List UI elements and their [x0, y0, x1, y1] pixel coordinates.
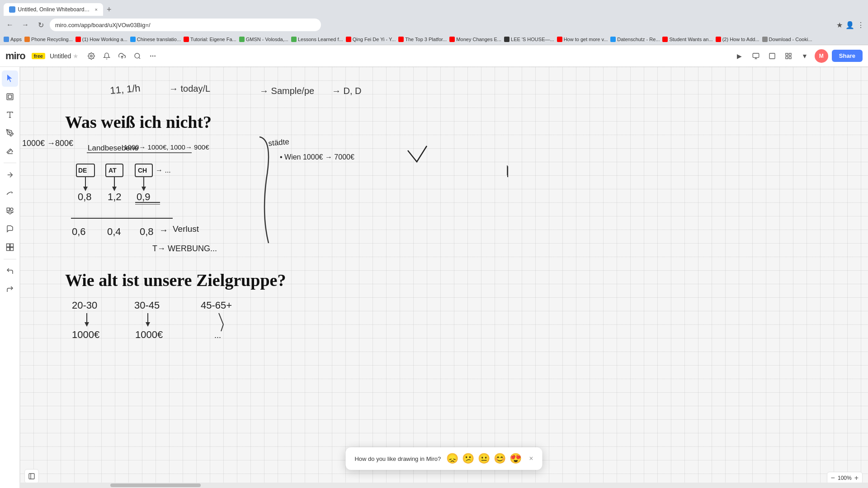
svg-marker-69	[85, 322, 89, 327]
svg-text:T→ WERBUNG...: T→ WERBUNG...	[152, 244, 217, 253]
rating-emoji-1[interactable]: 😞	[446, 453, 458, 465]
bm1-favicon	[24, 37, 30, 42]
chevron-down-icon[interactable]: ▼	[798, 50, 811, 62]
frame-icon[interactable]	[766, 50, 778, 62]
bookmark-6[interactable]: Lessons Learned f...	[291, 37, 343, 42]
rating-emoji-3[interactable]: 😐	[478, 453, 490, 465]
svg-point-6	[151, 56, 151, 56]
new-tab-button[interactable]: +	[103, 5, 115, 14]
svg-rect-27	[10, 248, 13, 251]
svg-text:→   today/L: → today/L	[169, 84, 210, 94]
svg-text:AT: AT	[108, 167, 117, 174]
bookmark-3[interactable]: Chinese translatio...	[130, 37, 181, 42]
app-header: miro free Untitled ★ ▶	[0, 45, 868, 67]
menu-icon[interactable]: ⋮	[857, 21, 864, 29]
bookmark-11[interactable]: How to get more v...	[557, 37, 608, 42]
redo-button[interactable]	[2, 281, 18, 297]
svg-text:• Wien   1000€ → 7000€: • Wien 1000€ → 7000€	[280, 153, 354, 161]
draw-tool[interactable]	[2, 185, 18, 201]
svg-text:0,8: 0,8	[140, 226, 154, 237]
pen-tool[interactable]	[2, 125, 18, 141]
search-icon[interactable]	[131, 50, 144, 62]
bm3-favicon	[130, 37, 136, 42]
bm7-favicon	[346, 37, 351, 42]
bookmark-2[interactable]: (1) How Working a...	[75, 37, 127, 42]
shapes-tool[interactable]	[2, 203, 18, 219]
bm13-favicon	[662, 37, 668, 42]
rating-emojis: 😞 😕 😐 😊 😍	[446, 453, 522, 465]
sticky-tool[interactable]	[2, 221, 18, 237]
scrollbar-thumb[interactable]	[110, 483, 201, 487]
header-icons	[85, 50, 159, 62]
svg-rect-15	[7, 94, 13, 100]
svg-rect-21	[7, 208, 9, 211]
horizontal-scrollbar[interactable]	[20, 483, 868, 488]
cursor-tool[interactable]	[2, 70, 18, 87]
present-icon[interactable]	[750, 50, 762, 62]
bookmark-10[interactable]: LEE 'S HOUSE—...	[504, 37, 554, 42]
notifications-icon[interactable]	[100, 50, 113, 62]
svg-text:1000→ 1000€,   1000→ 900€: 1000→ 1000€, 1000→ 900€	[124, 143, 209, 151]
bookmark-5[interactable]: GMSN - Volosda,...	[239, 37, 288, 42]
bookmark-15[interactable]: Download - Cooki...	[762, 37, 812, 42]
svg-rect-14	[789, 56, 791, 59]
apps-tool[interactable]	[2, 239, 18, 255]
bookmark-8[interactable]: The Top 3 Platfor...	[398, 37, 447, 42]
user-avatar[interactable]: M	[815, 49, 828, 63]
text-tool[interactable]	[2, 107, 18, 123]
zoom-in-button[interactable]: +	[854, 474, 859, 482]
svg-text:45-65+: 45-65+	[201, 300, 232, 311]
frames-tool[interactable]	[2, 89, 18, 105]
share-button[interactable]: Share	[832, 50, 863, 62]
zoom-out-button[interactable]: −	[831, 474, 835, 482]
profile-icon[interactable]: 👤	[845, 21, 854, 29]
undo-button[interactable]	[2, 263, 18, 279]
svg-text:20-30: 20-30	[72, 300, 97, 311]
more-tools-icon[interactable]	[146, 50, 159, 62]
settings-icon[interactable]	[85, 50, 98, 62]
line-tool[interactable]	[2, 167, 18, 183]
bookmark-12[interactable]: Datenschutz - Re...	[610, 37, 660, 42]
svg-point-22	[10, 208, 13, 211]
bm12-favicon	[610, 37, 616, 42]
bookmark-1[interactable]: Phone Recycling...	[24, 37, 73, 42]
bookmark-14[interactable]: (2) How to Add...	[716, 37, 760, 42]
forward-button[interactable]: →	[19, 19, 32, 31]
bookmark-4[interactable]: Tutorial: Eigene Fa...	[184, 37, 236, 42]
rating-emoji-4[interactable]: 😊	[494, 453, 506, 465]
svg-rect-24	[6, 244, 9, 247]
url-input[interactable]	[50, 19, 321, 31]
miro-logo: miro	[5, 50, 25, 62]
bm4-favicon	[184, 37, 189, 42]
rating-emoji-5[interactable]: 😍	[509, 453, 522, 465]
app-container: miro free Untitled ★ ▶	[0, 45, 868, 488]
pages-panel[interactable]	[24, 469, 39, 483]
svg-marker-46	[83, 187, 88, 191]
rating-emoji-2[interactable]: 😕	[462, 453, 474, 465]
tab-title: Untitled, Online Whiteboard fo...	[18, 6, 90, 13]
svg-marker-50	[142, 187, 146, 191]
board-title-star[interactable]: ★	[73, 52, 79, 60]
bm8-favicon	[398, 37, 404, 42]
svg-text:...: ...	[214, 331, 221, 340]
tab-close-button[interactable]: ×	[95, 7, 98, 12]
bookmark-7[interactable]: Qing Fei De Yi - Y...	[346, 37, 396, 42]
eraser-tool[interactable]	[2, 143, 18, 159]
refresh-button[interactable]: ↻	[34, 19, 47, 31]
left-sidebar	[0, 67, 20, 488]
timer-icon[interactable]: ▶	[733, 50, 746, 62]
rating-close-button[interactable]: ×	[529, 455, 533, 463]
bookmark-9[interactable]: Money Changes E...	[449, 37, 501, 42]
bookmark-13[interactable]: Student Wants an...	[662, 37, 712, 42]
back-button[interactable]: ←	[4, 19, 16, 31]
bm9-favicon	[449, 37, 455, 42]
canvas-area[interactable]: 11, 1/h → today/L → Sample/pe → D, D 100…	[20, 67, 868, 488]
bookmark-apps[interactable]: Apps	[4, 37, 22, 42]
layout-icon[interactable]	[782, 50, 795, 62]
svg-text:→  D, D: → D, D	[332, 86, 362, 96]
svg-text:0,9: 0,9	[137, 191, 151, 202]
active-tab[interactable]: Untitled, Online Whiteboard fo... ×	[4, 3, 103, 16]
svg-text:1,2: 1,2	[108, 191, 122, 202]
upload-icon[interactable]	[116, 50, 128, 62]
svg-text:Verlust: Verlust	[173, 224, 199, 234]
